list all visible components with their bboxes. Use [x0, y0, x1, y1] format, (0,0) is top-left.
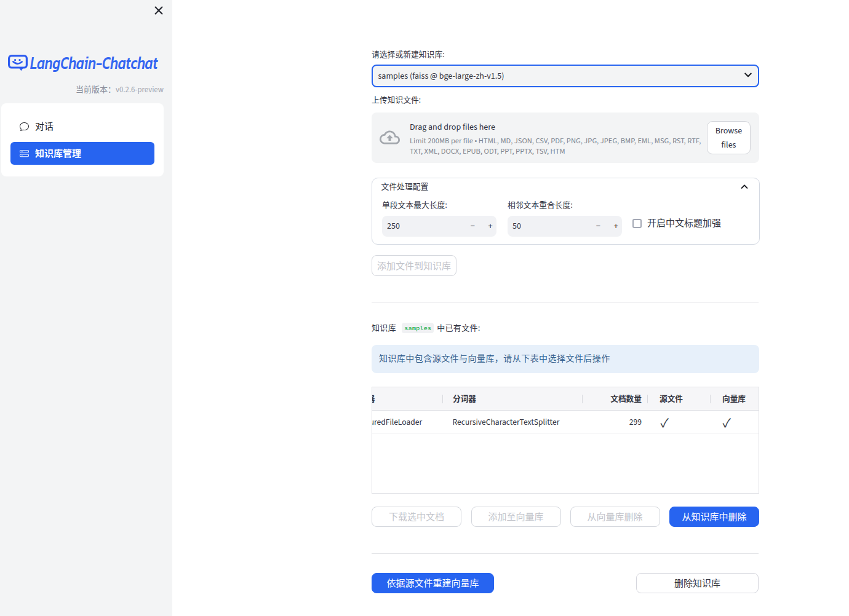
column-header-loader[interactable]: 文档加载器 [372, 387, 375, 411]
logo-icon [8, 55, 28, 73]
chunk-step-down-button[interactable]: − [464, 216, 481, 237]
cell-loader: UnstructuredFileLoader [372, 411, 422, 433]
dropzone-limit-text: Limit 200MB per file • HTML, MD, JSON, C… [410, 136, 709, 156]
cell-splitter: RecursiveCharacterTextSplitter [453, 411, 560, 433]
chat-icon [20, 122, 29, 131]
info-text: 知识库中包含源文件与向量库，请从下表中选择文件后操作 [379, 352, 610, 366]
add-to-vector-button[interactable]: 添加至向量库 [471, 507, 561, 527]
langchain-chatchat-app: LangChain-Chatchat 当前版本：v0.2.6-preview 对… [0, 0, 849, 616]
chunk-size-label: 单段文本最大长度: [382, 200, 447, 210]
cell-docs: 299 [583, 411, 642, 433]
version-label: 当前版本： [76, 84, 116, 95]
delete-kb-button[interactable]: 删除知识库 [636, 573, 759, 593]
sidebar: LangChain-Chatchat 当前版本：v0.2.6-preview 对… [0, 0, 172, 616]
cell-source-check: ✓ [661, 411, 669, 433]
chunk-size-input[interactable]: 250 − + [382, 216, 496, 237]
close-sidebar-button[interactable] [151, 3, 166, 18]
expander-title: 文件处理配置 [381, 182, 429, 192]
column-separator [647, 395, 648, 403]
kb-name-code: samples [402, 323, 434, 333]
zh-title-checkbox[interactable] [632, 219, 642, 228]
column-header-docs[interactable]: 文档数量 [583, 387, 642, 411]
rebuild-vector-store-button[interactable]: 依据源文件重建向量库 [372, 573, 494, 593]
table-header: 文档加载器 分词器 文档数量 源文件 向量库 [372, 387, 759, 411]
cell-vector-check: ✓ [723, 411, 731, 433]
kb-files-prefix: 知识库 [372, 323, 396, 334]
download-selected-button[interactable]: 下载选中文档 [372, 507, 461, 527]
overlap-step-up-button[interactable]: + [607, 216, 624, 237]
overlap-step-down-button[interactable]: − [589, 216, 607, 237]
info-box: 知识库中包含源文件与向量库，请从下表中选择文件后操作 [372, 345, 759, 373]
dropzone-title: Drag and drop files here [410, 121, 495, 134]
add-docs-button[interactable]: 添加文件到知识库 [372, 255, 456, 276]
overlap-size-value: 50 [512, 216, 521, 237]
divider [372, 302, 759, 302]
file-config-expander: 文件处理配置 单段文本最大长度: 250 − + 相邻文本重合长度: 50 − … [372, 178, 760, 245]
chevron-down-icon [743, 70, 753, 80]
overlap-size-label: 相邻文本重合长度: [508, 200, 573, 210]
kb-files-suffix: 中已有文件: [437, 323, 480, 334]
chunk-size-value: 250 [387, 216, 400, 237]
chevron-up-icon [740, 183, 749, 191]
uploader-label: 上传知识文件: [372, 95, 421, 105]
hdd-stack-icon [20, 149, 29, 158]
cloud-upload-icon [380, 127, 400, 148]
table-row[interactable]: UnstructuredFileLoader RecursiveCharacte… [372, 411, 759, 433]
kb-select-label: 请选择或新建知识库: [372, 50, 444, 60]
sidebar-menu: 对话 知识库管理 [1, 103, 164, 176]
logo-text: LangChain-Chatchat [30, 53, 157, 73]
sidebar-item-label: 知识库管理 [35, 146, 81, 160]
close-icon [151, 3, 166, 18]
sidebar-item-kb-manage[interactable]: 知识库管理 [10, 142, 154, 165]
column-header-vector[interactable]: 向量库 [722, 387, 746, 411]
divider [372, 553, 759, 554]
delete-from-kb-button[interactable]: 从知识库中删除 [669, 507, 759, 527]
kb-select-value: samples (faiss @ bge-large-zh-v1.5) [378, 66, 504, 87]
delete-from-vector-button[interactable]: 从向量库删除 [570, 507, 660, 527]
zh-title-label: 开启中文标题加强 [647, 217, 721, 231]
kb-files-heading: 知识库samples中已有文件: [372, 322, 480, 335]
expander-header[interactable]: 文件处理配置 [372, 178, 759, 197]
column-header-splitter[interactable]: 分词器 [453, 387, 476, 411]
column-separator [710, 395, 711, 403]
chunk-step-up-button[interactable]: + [482, 216, 499, 237]
version-value: v0.2.6-preview [116, 84, 164, 95]
kb-select[interactable]: samples (faiss @ bge-large-zh-v1.5) [372, 65, 759, 87]
kb-files-table[interactable]: 文档加载器 分词器 文档数量 源文件 向量库 UnstructuredFileL… [372, 387, 759, 494]
browse-files-button[interactable]: Browse files [707, 121, 751, 154]
sidebar-item-dialogue[interactable]: 对话 [10, 116, 154, 136]
overlap-size-input[interactable]: 50 − + [508, 216, 622, 237]
sidebar-item-label: 对话 [35, 119, 54, 133]
version-caption: 当前版本：v0.2.6-preview [76, 84, 164, 96]
column-header-source[interactable]: 源文件 [660, 387, 683, 411]
column-separator [442, 395, 443, 403]
